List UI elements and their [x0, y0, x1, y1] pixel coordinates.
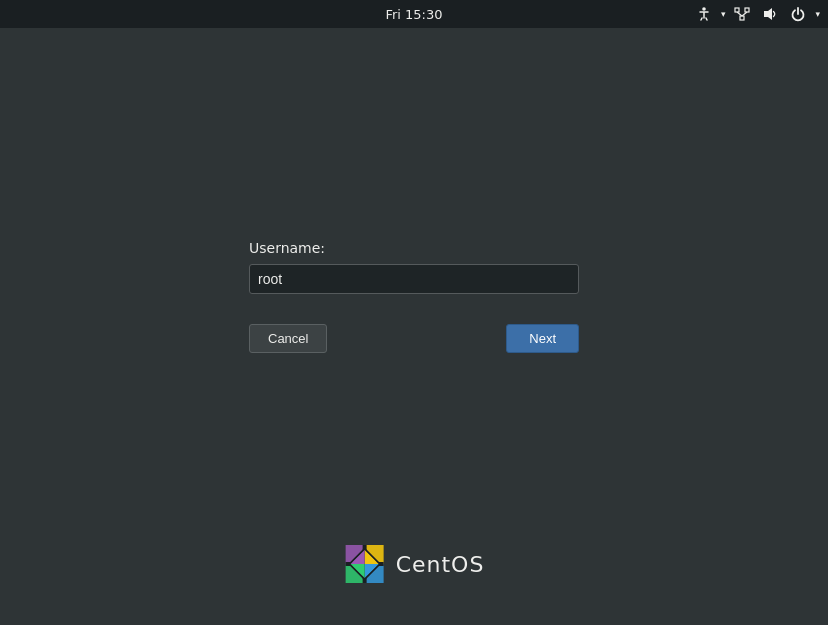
buttons-row: Cancel Next — [249, 324, 579, 353]
clock: Fri 15:30 — [385, 7, 442, 22]
power-dropdown-arrow[interactable]: ▾ — [815, 9, 820, 19]
login-dialog: Username: Cancel Next — [249, 240, 579, 353]
svg-point-0 — [702, 7, 706, 11]
svg-marker-6 — [764, 8, 772, 20]
centos-text: CentOS — [396, 552, 485, 577]
power-icon[interactable] — [787, 3, 809, 25]
accessibility-dropdown-arrow[interactable]: ▾ — [721, 9, 726, 19]
svg-rect-1 — [740, 16, 744, 20]
username-input[interactable] — [249, 264, 579, 294]
cancel-button[interactable]: Cancel — [249, 324, 327, 353]
svg-rect-3 — [745, 8, 749, 12]
network-icon[interactable] — [731, 3, 753, 25]
username-label: Username: — [249, 240, 325, 256]
svg-rect-2 — [735, 8, 739, 12]
svg-line-4 — [737, 12, 742, 16]
accessibility-icon[interactable] — [693, 3, 715, 25]
topbar: Fri 15:30 ▾ — [0, 0, 828, 28]
volume-icon[interactable] — [759, 3, 781, 25]
topbar-right-icons: ▾ ▾ — [693, 3, 820, 25]
svg-line-5 — [742, 12, 747, 16]
centos-branding: CentOS — [344, 543, 485, 585]
centos-logo-icon — [344, 543, 386, 585]
main-content: Username: Cancel Next — [0, 28, 828, 625]
next-button[interactable]: Next — [506, 324, 579, 353]
